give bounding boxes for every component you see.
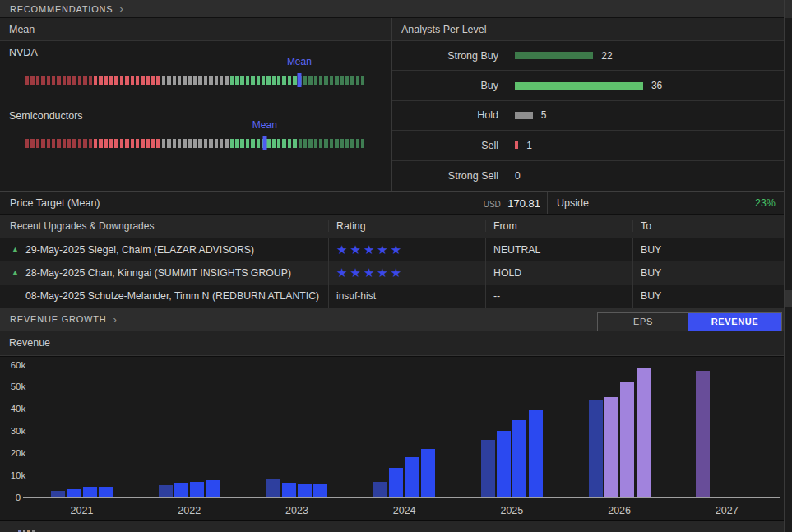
upgrade-row[interactable]: ▲28-May-2025 Chan, Kinngai (SUMMIT INSIG… (0, 261, 784, 284)
upgrade-analyst-cell: ▲29-May-2025 Siegel, Chaim (ELAZAR ADVIS… (0, 238, 328, 261)
analysts-level-rows: Strong Buy22Buy36Hold5Sell1Strong Sell0 (392, 41, 784, 191)
rating-segment (340, 76, 344, 85)
revenue-bar-2025-q4[interactable] (529, 410, 543, 497)
main-content: RECOMMENDATIONS › Mean NVDAMeanSemicondu… (0, 0, 784, 532)
revenue-bar-2024-q4[interactable] (421, 449, 435, 497)
revenue-bar-2025-q3[interactable] (512, 420, 526, 497)
rating-cell: ★★★★★ (328, 238, 485, 261)
rating-segment (345, 139, 349, 148)
rating-segment (89, 139, 92, 148)
revenue-bar-2023-q1[interactable] (266, 479, 280, 497)
revenue-bar-2022-q3[interactable] (190, 482, 204, 497)
rating-segment (52, 139, 55, 148)
revenue-bar-2023-q2[interactable] (282, 483, 296, 497)
rating-segment (72, 139, 76, 148)
analyst-count-bar (515, 52, 593, 59)
revenue-bar-2021-q3[interactable] (83, 487, 97, 497)
revenue-chart-title: Revenue (0, 331, 784, 356)
scrollbar-thumb[interactable] (785, 290, 792, 307)
revenue-bar-2026-q1[interactable] (589, 400, 603, 497)
rating-segment (183, 76, 186, 85)
rating-segment (57, 139, 60, 148)
rating-segment (272, 76, 276, 85)
rating-segment (225, 139, 228, 148)
recommendations-section-header[interactable]: RECOMMENDATIONS › (0, 0, 784, 18)
rating-segments (25, 139, 364, 148)
rating-segment (131, 139, 134, 148)
rating-segment (251, 139, 254, 148)
analyst-count-value: 22 (601, 50, 612, 62)
rating-segment (319, 139, 322, 148)
from-cell: NEUTRAL (485, 238, 632, 261)
rating-segment (41, 139, 44, 148)
rating-segment (178, 76, 181, 85)
rating-stars: ★★★★★ (336, 266, 404, 279)
revenue-bar-2023-q4[interactable] (313, 484, 327, 497)
revenue-bar-2024-q3[interactable] (405, 457, 419, 497)
analyst-count-value: 1 (526, 140, 532, 151)
revenue-bar-2021-q4[interactable] (99, 487, 113, 497)
revenue-bar-2026-q2[interactable] (604, 397, 618, 497)
rating-segment (25, 139, 29, 148)
rating-stars: ★★★★★ (336, 243, 404, 256)
revenue-growth-section-header[interactable]: REVENUE GROWTH › EPSREVENUE (0, 308, 784, 331)
x-axis-year-label: 2021 (58, 505, 107, 516)
rating-segment (125, 76, 128, 85)
y-axis-tick-label: 10k (0, 470, 36, 481)
rating-segment (136, 139, 139, 148)
to-cell: BUY (632, 285, 784, 308)
y-axis-tick-label: 30k (0, 425, 36, 437)
revenue-bar-2021-q2[interactable] (67, 489, 81, 497)
revenue-bar-2025-q2[interactable] (497, 431, 511, 497)
revenue-bar-2022-q4[interactable] (206, 480, 220, 497)
rating-segment (167, 139, 170, 148)
rating-segment (162, 76, 165, 85)
rating-segment (141, 76, 144, 85)
analyst-count-bar-wrap: 0 (515, 170, 521, 182)
rating-segment (104, 76, 108, 85)
rating-distribution-bar: Mean (25, 121, 364, 155)
rating-segment (266, 76, 270, 85)
revenue-bar-2026-q3[interactable] (620, 382, 634, 497)
mean-marker[interactable] (297, 73, 301, 87)
rating-segment (141, 139, 144, 148)
rating-bar-title: Semiconductors (9, 110, 83, 122)
eps-revenue-toggle: EPSREVENUE (597, 312, 782, 331)
revenue-bar-2021-q1[interactable] (51, 491, 65, 497)
rating-segment (36, 139, 39, 148)
rating-segment (230, 76, 234, 85)
from-cell: HOLD (485, 261, 632, 284)
rating-segment (63, 139, 66, 148)
rating-segment (209, 139, 212, 148)
toggle-eps-button[interactable]: EPS (598, 313, 688, 331)
analyst-count-value: 5 (541, 109, 547, 121)
revenue-bar-2025-q1[interactable] (481, 440, 495, 497)
scrollbar-cap (785, 0, 792, 18)
upgrade-analyst-cell: 08-May-2025 Schulze-Melander, Timm N (RE… (0, 285, 328, 308)
upgrade-row[interactable]: ▲29-May-2025 Siegel, Chaim (ELAZAR ADVIS… (0, 238, 784, 261)
rating-segment (314, 76, 317, 85)
rating-segment (83, 76, 86, 85)
rating-segment (67, 139, 71, 148)
revenue-bar-2024-q2[interactable] (389, 468, 403, 497)
rating-segment (266, 139, 270, 148)
revenue-bar-2023-q3[interactable] (298, 484, 312, 497)
analyst-count-bar-wrap: 1 (515, 140, 532, 151)
revenue-bar-2022-q2[interactable] (174, 483, 188, 497)
upgrade-row[interactable]: 08-May-2025 Schulze-Melander, Timm N (RE… (0, 285, 784, 308)
rating-segment (193, 139, 197, 148)
mean-marker[interactable] (262, 136, 266, 150)
rating-segment (104, 139, 108, 148)
revenue-bar-2022-q1[interactable] (159, 485, 173, 497)
revenue-bar-2024-q1[interactable] (373, 482, 387, 497)
x-axis-line (23, 497, 780, 498)
price-target-amount: 170.81 (507, 197, 540, 210)
rating-segment (220, 76, 223, 85)
scrollbar-track[interactable] (784, 0, 792, 532)
rating-segment (340, 139, 344, 148)
toggle-revenue-button[interactable]: REVENUE (688, 313, 781, 331)
analyst-level-row: Buy36 (392, 71, 784, 100)
revenue-bar-2026-q4[interactable] (637, 368, 651, 497)
mean-marker-label: Mean (252, 119, 277, 131)
revenue-bar-2027-q1[interactable] (696, 371, 710, 497)
